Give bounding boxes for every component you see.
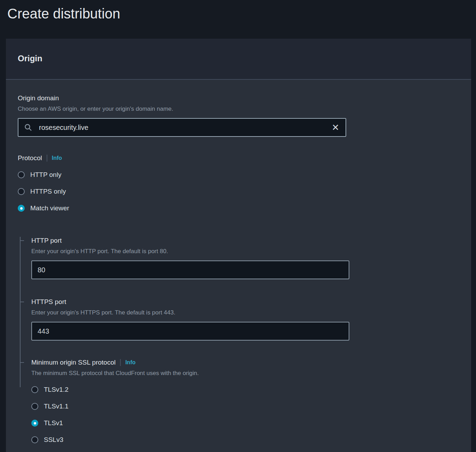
radio-button[interactable]	[18, 171, 25, 178]
radio-option-label: TLSv1	[44, 419, 63, 427]
radio-button[interactable]	[31, 436, 38, 443]
radio-button[interactable]	[31, 386, 38, 393]
https-port-input[interactable]	[31, 322, 349, 341]
https-port-field: HTTPS port Enter your origin's HTTPS por…	[31, 298, 459, 341]
min-ssl-protocol-field: Minimum origin SSL protocol Info The min…	[31, 359, 459, 444]
label-divider	[120, 359, 121, 366]
clear-icon[interactable]: ✕	[331, 123, 340, 132]
page-title: Create distribution	[0, 0, 476, 22]
origin-domain-input[interactable]	[39, 124, 331, 132]
https-port-label: HTTPS port	[31, 298, 459, 306]
radio-option-label: SSLv3	[44, 436, 63, 444]
radio-option-sslv3[interactable]: SSLv3	[31, 436, 459, 444]
radio-option-http-only[interactable]: HTTP only	[18, 171, 459, 179]
radio-option-label: HTTP only	[30, 171, 61, 179]
radio-option-tlsv1-1[interactable]: TLSv1.1	[31, 403, 459, 410]
radio-button[interactable]	[31, 403, 38, 410]
protocol-info-link[interactable]: Info	[52, 155, 62, 161]
min-ssl-info-link[interactable]: Info	[125, 359, 135, 366]
min-ssl-description: The minimum SSL protocol that CloudFront…	[31, 370, 459, 377]
http-port-label: HTTP port	[31, 237, 459, 244]
origin-domain-description: Choose an AWS origin, or enter your orig…	[18, 106, 459, 112]
radio-option-label: TLSv1.2	[44, 386, 69, 393]
http-port-description: Enter your origin's HTTP port. The defau…	[31, 248, 459, 255]
origin-panel-title: Origin	[18, 53, 459, 64]
http-port-field: HTTP port Enter your origin's HTTP port.…	[31, 237, 459, 279]
radio-option-label: Match viewer	[30, 204, 69, 212]
radio-option-match-viewer[interactable]: Match viewer	[18, 204, 459, 212]
radio-button[interactable]	[18, 205, 25, 212]
radio-option-tlsv1[interactable]: TLSv1	[31, 419, 459, 427]
https-port-description: Enter your origin's HTTPS port. The defa…	[31, 309, 459, 316]
radio-option-https-only[interactable]: HTTPS only	[18, 188, 459, 195]
origin-panel: Origin Origin domain Choose an AWS origi…	[6, 39, 471, 452]
radio-option-label: HTTPS only	[30, 188, 66, 195]
radio-option-label: TLSv1.1	[44, 403, 69, 410]
origin-domain-field: Origin domain Choose an AWS origin, or e…	[18, 94, 459, 137]
protocol-field: Protocol Info HTTP only HTTPS only Match…	[18, 154, 459, 212]
origin-domain-label: Origin domain	[18, 94, 459, 102]
http-port-input[interactable]	[31, 260, 349, 279]
label-divider	[47, 155, 47, 162]
radio-button[interactable]	[31, 420, 38, 427]
protocol-label: Protocol	[18, 154, 42, 162]
search-icon	[24, 123, 32, 132]
min-ssl-protocol-label: Minimum origin SSL protocol	[31, 359, 116, 366]
origin-panel-body: Origin domain Choose an AWS origin, or e…	[6, 80, 471, 452]
match-viewer-subfields: HTTP port Enter your origin's HTTP port.…	[20, 237, 459, 444]
origin-panel-header: Origin	[6, 39, 471, 80]
radio-option-tlsv1-2[interactable]: TLSv1.2	[31, 386, 459, 393]
radio-button[interactable]	[18, 188, 25, 195]
origin-domain-searchbox[interactable]: ✕	[18, 118, 346, 137]
